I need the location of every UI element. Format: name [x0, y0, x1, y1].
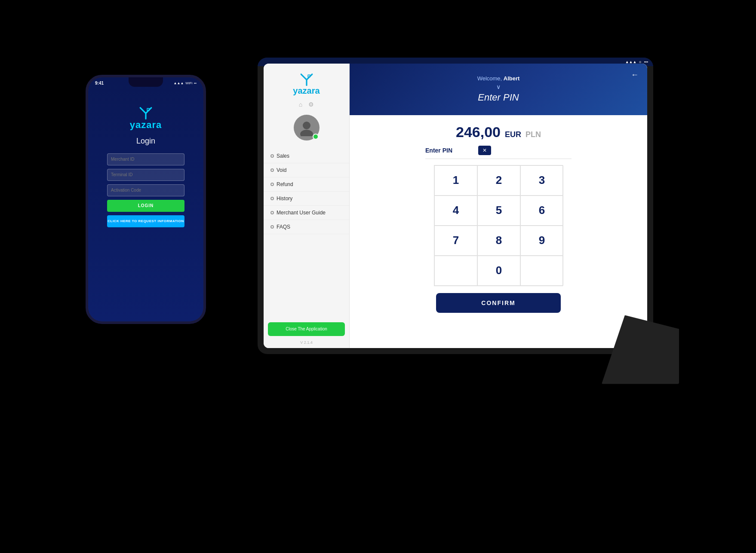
sidebar-item-merchant-guide[interactable]: Merchant User Guide — [264, 206, 349, 220]
pin-key-8[interactable]: 8 — [477, 226, 520, 256]
eur-currency-button[interactable]: EUR — [505, 130, 521, 139]
app-version: V 2.1.4 — [300, 340, 313, 348]
tablet-stand-shape — [602, 315, 679, 384]
pin-keypad: 1 2 3 4 5 6 7 8 9 0 — [434, 165, 563, 286]
sidebar-item-sales[interactable]: Sales — [264, 149, 349, 163]
pin-key-2[interactable]: 2 — [477, 165, 520, 196]
terminal-id-input[interactable] — [107, 169, 184, 181]
avatar-online-dot — [313, 134, 319, 140]
phone-status-icons: ▲▲▲ WiFi ▪▪ — [174, 81, 197, 85]
home-icon[interactable]: ⌂ — [299, 101, 302, 108]
pin-key-1[interactable]: 1 — [434, 165, 477, 196]
menu-dot-icon — [270, 225, 274, 229]
pin-key-9[interactable]: 9 — [520, 226, 563, 256]
pin-label-row: Enter PIN ✕ — [425, 146, 572, 159]
svg-rect-3 — [308, 75, 310, 77]
pin-key-4[interactable]: 4 — [434, 196, 477, 226]
welcome-name: Albert — [504, 75, 520, 82]
svg-rect-1 — [147, 108, 149, 110]
tablet-icon-row: ⌂ ⚙ — [299, 101, 314, 108]
menu-dot-icon — [270, 211, 274, 214]
transaction-amount: 246,00 — [456, 124, 501, 141]
tablet-yazara-text: yazara — [293, 86, 320, 96]
sidebar-item-faqs[interactable]: FAQS — [264, 220, 349, 234]
wifi-icon: WiFi — [185, 81, 192, 85]
sidebar-label-merchant-guide: Merchant User Guide — [277, 210, 326, 216]
chevron-down-icon: ∨ — [496, 83, 501, 90]
tablet-avatar-area — [294, 115, 320, 141]
phone-yazara-text: yazara — [130, 119, 162, 131]
enter-pin-title: Enter PIN — [478, 92, 519, 103]
pin-key-3[interactable]: 3 — [520, 165, 563, 196]
tablet-yazara-y-icon — [300, 72, 313, 86]
menu-dot-icon — [270, 183, 274, 186]
merchant-id-input[interactable] — [107, 153, 184, 165]
battery-icon: ▪▪ — [194, 81, 197, 85]
sidebar-item-void[interactable]: Void — [264, 163, 349, 177]
signal-icon: ▲▲▲ — [174, 81, 184, 85]
sidebar-label-sales: Sales — [277, 153, 289, 159]
tablet-sidebar: yazara ⌂ ⚙ — [264, 64, 350, 348]
svg-point-5 — [300, 130, 313, 136]
pin-key-7[interactable]: 7 — [434, 226, 477, 256]
yazara-y-icon — [139, 106, 153, 119]
menu-dot-icon — [270, 154, 274, 158]
phone-device: 9:41 ▲▲▲ WiFi ▪▪ yazara — [86, 75, 206, 324]
pin-key-empty-left — [434, 256, 477, 286]
amount-row: 246,00 EUR PLN — [456, 124, 541, 141]
backspace-icon: ✕ — [482, 147, 487, 153]
avatar-icon — [298, 119, 315, 136]
svg-point-4 — [303, 122, 310, 129]
tablet-yazara-logo: yazara — [293, 72, 320, 96]
sidebar-label-void: Void — [277, 167, 286, 173]
close-application-button[interactable]: Close The Application — [268, 322, 345, 336]
sidebar-item-history[interactable]: History — [264, 192, 349, 206]
confirm-button[interactable]: CONFIRM — [436, 293, 561, 313]
activation-code-input[interactable] — [107, 184, 184, 196]
menu-dot-icon — [270, 168, 274, 172]
welcome-text: Welcome, Albert — [477, 75, 520, 82]
settings-icon[interactable]: ⚙ — [308, 101, 314, 108]
phone-login-title: Login — [136, 137, 155, 146]
login-button[interactable]: LOGIN — [107, 200, 184, 212]
scene: 9:41 ▲▲▲ WiFi ▪▪ yazara — [77, 40, 679, 513]
tablet-stand — [593, 298, 679, 384]
pin-key-empty-right — [520, 256, 563, 286]
back-arrow-button[interactable]: ← — [631, 70, 639, 79]
menu-dot-icon — [270, 197, 274, 200]
sidebar-label-refund: Refund — [277, 181, 293, 187]
tablet-inner: yazara ⌂ ⚙ — [264, 64, 647, 348]
pin-field-label: Enter PIN — [425, 147, 452, 154]
tablet-header: Welcome, Albert ← ∨ Enter PIN — [350, 64, 647, 115]
tablet-device: ▲▲▲ ⌾ ▪▪▪ yazara ⌂ — [258, 58, 679, 384]
phone-logo-area: yazara — [130, 106, 162, 131]
phone-screen: yazara Login LOGIN CLICK HERE TO REQUEST… — [88, 77, 203, 321]
phone-yazara-logo: yazara — [130, 106, 162, 131]
sidebar-label-history: History — [277, 196, 292, 202]
phone-time: 9:41 — [95, 81, 104, 86]
pin-key-6[interactable]: 6 — [520, 196, 563, 226]
sidebar-label-faqs: FAQS — [277, 224, 290, 230]
backspace-button[interactable]: ✕ — [478, 146, 491, 155]
phone-notch — [129, 77, 163, 87]
pin-key-0[interactable]: 0 — [477, 256, 520, 286]
sidebar-item-refund[interactable]: Refund — [264, 177, 349, 192]
request-info-button[interactable]: CLICK HERE TO REQUEST INFORMATION — [107, 215, 184, 227]
pln-currency-button[interactable]: PLN — [526, 130, 541, 139]
pin-key-5[interactable]: 5 — [477, 196, 520, 226]
